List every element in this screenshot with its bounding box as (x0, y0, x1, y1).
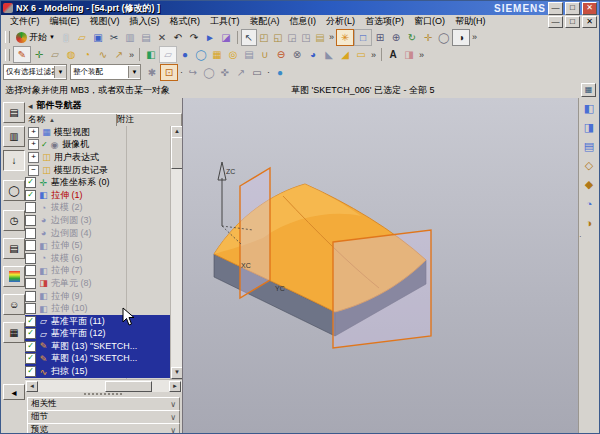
minimize-button[interactable]: — (548, 2, 563, 15)
intersect-icon[interactable]: ⊗ (289, 47, 305, 62)
draft-icon[interactable]: ◢ (337, 47, 353, 62)
copy-icon[interactable]: ▥ (122, 30, 138, 45)
tree-row-model-history[interactable]: − ◫ 模型历史记录 (25, 164, 182, 177)
sketch-toolbar-overflow-chevron[interactable]: » (129, 50, 134, 60)
menu-view[interactable]: 视图(V) (85, 15, 125, 28)
touch-mode-icon[interactable]: ► (202, 30, 218, 45)
menu-window[interactable]: 窗口(O) (409, 15, 450, 28)
suppress-checkbox[interactable] (25, 303, 36, 314)
tree-row-datum-plane-12[interactable]: ✓ ▱ 基准平面 (12) (25, 328, 182, 341)
select-list-icon[interactable]: ▤ (313, 30, 327, 45)
suppress-checkbox[interactable] (25, 202, 36, 213)
sphere-feature-icon[interactable]: ● (177, 47, 193, 62)
trimmed-sheet-icon[interactable]: ◔ (581, 195, 598, 212)
mdi-minimize-button[interactable]: — (548, 16, 563, 28)
point-tool-icon[interactable]: ↗ (111, 47, 127, 62)
toolbar-grip[interactable] (5, 49, 10, 61)
subtract-icon[interactable]: ⊖ (273, 47, 289, 62)
tree-row-datum-csys-0[interactable]: ✓ ✛ 基准坐标系 (0) (25, 176, 182, 189)
menu-analysis[interactable]: 分析(L) (321, 15, 360, 28)
tree-row-model-views[interactable]: + ▦ 模型视图 (25, 126, 182, 139)
datum-plane-icon[interactable]: ▱ (47, 47, 63, 62)
tree-row-shell-8[interactable]: ◨ 壳单元 (8) (25, 277, 182, 290)
tree-row-draft-2[interactable]: ◔ 拔模 (2) (25, 202, 182, 215)
close-button[interactable]: ✕ (582, 2, 597, 15)
select-any-icon[interactable]: ↖ (241, 29, 257, 46)
datum-csys-icon[interactable]: ✛ (31, 47, 47, 62)
graphics-window[interactable]: ZC XC YC ◧ ◨ ▤ ◇ ◆ ◔ ◑ · (182, 98, 599, 433)
menu-format[interactable]: 格式(R) (165, 15, 206, 28)
suppress-checkbox[interactable] (25, 240, 36, 251)
collapse-icon[interactable]: − (28, 165, 39, 176)
materials-palette-tab[interactable] (3, 266, 25, 287)
tree-row-extrude-9[interactable]: ◧ 拉伸 (9) (25, 290, 182, 303)
column-header-comment[interactable]: 附注 (114, 113, 182, 126)
reuse-library-tab[interactable]: ◯ (3, 180, 25, 201)
suppress-checkbox[interactable] (25, 228, 36, 239)
tree-row-edge-blend-4[interactable]: ◕ 边倒圆 (4) (25, 227, 182, 240)
suppress-checkbox[interactable] (25, 215, 36, 226)
expand-icon[interactable]: + (28, 152, 39, 163)
tangent-snap-icon[interactable]: ↗ (233, 65, 249, 80)
redo-icon[interactable]: ↷ (186, 30, 202, 45)
zoom-box-icon[interactable]: ⊞ (372, 30, 388, 45)
tree-row-draft-6[interactable]: ◔ 拔模 (6) (25, 252, 182, 265)
sketch-plane-right[interactable] (333, 230, 431, 348)
unite-icon[interactable]: ∪ (257, 47, 273, 62)
shaded-view-icon[interactable]: ◑ (452, 29, 470, 46)
expand-icon[interactable]: + (28, 127, 39, 138)
pan-view-icon[interactable]: ✛ (420, 30, 436, 45)
n-sided-surface-icon[interactable]: ◇ (581, 157, 598, 174)
dependencies-section[interactable]: 相关性 ∨ (27, 397, 180, 411)
cross-snap-icon[interactable]: ✜ (217, 65, 233, 80)
block-icon[interactable]: ▦ (209, 47, 225, 62)
snap-point-icon[interactable]: ⊡ (160, 64, 178, 81)
select-component-icon[interactable]: ◳ (299, 30, 313, 45)
suppress-checkbox[interactable]: ✓ (25, 366, 36, 377)
open-icon[interactable]: ▱ (74, 30, 90, 45)
cut-icon[interactable]: ✂ (106, 30, 122, 45)
toolbar-overflow-chevron[interactable]: » (329, 32, 334, 42)
selection-scope-dropdown-arrow[interactable]: ▼ (128, 66, 140, 78)
tree-row-sweep-15[interactable]: ✓ ∿ 扫掠 (15) (25, 365, 182, 378)
assembly-navigator-tab[interactable]: ▤ (3, 102, 25, 123)
extrude-icon[interactable]: ◧ (143, 47, 159, 62)
law-extension-icon[interactable]: ◑ (581, 214, 598, 231)
suppress-checkbox[interactable]: ✓ (25, 328, 36, 339)
new-file-icon[interactable]: ▯ (58, 30, 74, 45)
selection-scope-dropdown[interactable]: 整个装配 ▼ (70, 64, 141, 80)
toolbar-grip[interactable] (5, 31, 10, 43)
save-icon[interactable]: ▣ (90, 30, 106, 45)
circle-snap-icon[interactable]: ◯ (201, 65, 217, 80)
suppress-checkbox[interactable]: ✓ (25, 316, 36, 327)
rotate-view-icon[interactable]: ↻ (404, 30, 420, 45)
suppress-checkbox[interactable] (25, 265, 36, 276)
swept-icon[interactable]: ▤ (581, 138, 598, 155)
trim-body-icon[interactable]: ▭ (353, 47, 369, 62)
uturn-snap-icon[interactable]: ↪ (185, 65, 201, 80)
feature-toolbar-overflow-chevron[interactable]: » (371, 50, 376, 60)
tree-row-datum-plane-11[interactable]: ✓ ▱ 基准平面 (11) (25, 315, 182, 328)
mdi-close-button[interactable]: ✕ (582, 16, 597, 28)
pad-icon[interactable]: ▤ (241, 47, 257, 62)
suppress-checkbox[interactable] (25, 291, 36, 302)
web-browser-tab[interactable]: ▦ (3, 322, 25, 343)
sphere-tool-icon[interactable]: ◍ (63, 47, 79, 62)
history-tab[interactable]: ◷ (3, 210, 25, 231)
suppress-checkbox[interactable]: ✓ (25, 341, 36, 352)
tree-row-edge-blend-3[interactable]: ◕ 边倒圆 (3) (25, 214, 182, 227)
select-edge-icon[interactable]: ◱ (271, 30, 285, 45)
view-toolbar-overflow-chevron[interactable]: » (472, 32, 477, 42)
part-navigator-tab[interactable]: ↓ (3, 150, 25, 171)
selection-filter-dropdown-arrow[interactable]: ▼ (54, 66, 66, 78)
curve-tool-icon[interactable]: ∿ (95, 47, 111, 62)
tree-row-extrude-1[interactable]: ✓ ◧ 拉伸 (1) (25, 189, 182, 202)
delete-icon[interactable]: ✕ (154, 30, 170, 45)
tree-row-cameras[interactable]: + ✓ ◉ 摄像机 (25, 139, 182, 152)
dock-pin-icon[interactable]: ◂ (28, 101, 33, 111)
tree-vertical-scrollbar[interactable]: ▲ ▼ (170, 126, 182, 379)
details-section[interactable]: 细节 ∨ (27, 410, 180, 424)
annotation-toolbar-overflow-chevron[interactable]: » (419, 50, 424, 60)
paste-icon[interactable]: ▤ (138, 30, 154, 45)
boss-icon[interactable]: ◎ (225, 47, 241, 62)
